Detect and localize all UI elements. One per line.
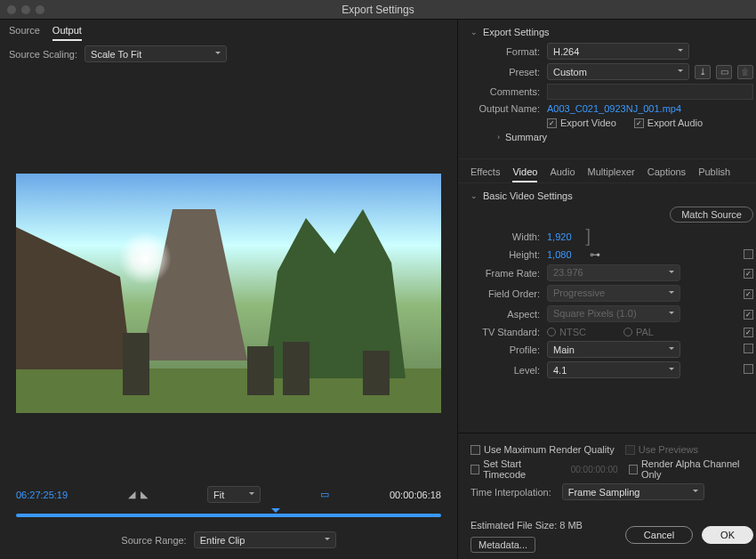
in-timecode[interactable]: 06:27:25:19 xyxy=(16,490,68,500)
chevron-down-icon: ⌄ xyxy=(470,191,478,200)
tab-multiplexer[interactable]: Multiplexer xyxy=(588,166,635,182)
height-label: Height: xyxy=(470,249,547,260)
framerate-label: Frame Rate: xyxy=(470,268,547,279)
width-field[interactable]: 1,920 xyxy=(547,231,572,242)
set-start-timecode-checkbox[interactable]: Set Start Timecode xyxy=(470,458,560,480)
render-alpha-checkbox[interactable]: Render Alpha Channel Only xyxy=(629,458,753,480)
zoom-window-icon[interactable] xyxy=(36,5,44,14)
settings-panel: ⌄Export Settings Format:H.264 Preset:Cus… xyxy=(458,20,756,559)
tab-source[interactable]: Source xyxy=(9,25,40,41)
export-settings-header[interactable]: ⌄Export Settings xyxy=(470,27,753,37)
profile-match-checkbox[interactable] xyxy=(744,344,753,353)
titlebar: Export Settings xyxy=(0,0,756,20)
fieldorder-label: Field Order: xyxy=(470,288,547,299)
outputname-link[interactable]: A003_C021_0923NJ_001.mp4 xyxy=(547,103,681,114)
use-previews-checkbox: Use Previews xyxy=(625,444,698,455)
source-range-dropdown[interactable]: Entire Clip xyxy=(194,531,336,548)
filesize-value: 8 MB xyxy=(559,520,583,531)
tab-output[interactable]: Output xyxy=(52,25,82,41)
chevron-right-icon: › xyxy=(497,133,500,142)
tab-publish[interactable]: Publish xyxy=(698,166,730,182)
max-render-quality-checkbox[interactable]: Use Maximum Render Quality xyxy=(470,444,615,455)
preset-dropdown[interactable]: Custom xyxy=(547,63,689,80)
ntsc-radio[interactable]: NTSC xyxy=(547,327,586,337)
save-preset-icon[interactable]: ▭ xyxy=(716,65,732,79)
time-interpolation-label: Time Interpolation: xyxy=(470,487,551,498)
mark-in-icon[interactable]: ◢ xyxy=(128,489,135,500)
start-timecode-value: 00:00:00:00 xyxy=(571,465,618,474)
zoom-fit-dropdown[interactable]: Fit xyxy=(207,486,261,503)
level-label: Level: xyxy=(470,365,547,376)
link-dimensions-icon[interactable]: ⊶ xyxy=(590,248,600,261)
tvstd-label: TV Standard: xyxy=(470,327,547,337)
mark-out-icon[interactable]: ◣ xyxy=(141,489,148,500)
window-controls xyxy=(7,5,44,14)
source-scaling-label: Source Scaling: xyxy=(9,49,77,60)
ok-button[interactable]: OK xyxy=(702,526,753,544)
aspect-dropdown[interactable]: Square Pixels (1.0) xyxy=(547,305,680,322)
fieldorder-dropdown[interactable]: Progressive xyxy=(547,285,680,302)
tvstd-match-checkbox[interactable] xyxy=(744,328,753,337)
tab-captions[interactable]: Captions xyxy=(647,166,686,182)
width-label: Width: xyxy=(470,231,547,242)
profile-label: Profile: xyxy=(470,344,547,355)
export-audio-checkbox[interactable]: Export Audio xyxy=(634,117,703,128)
cancel-button[interactable]: Cancel xyxy=(625,526,693,544)
format-label: Format: xyxy=(470,46,547,57)
profile-dropdown[interactable]: Main xyxy=(547,341,680,358)
summary-toggle[interactable]: ›Summary xyxy=(497,132,547,142)
tab-video[interactable]: Video xyxy=(512,166,537,182)
comments-input[interactable] xyxy=(547,84,753,100)
window-title: Export Settings xyxy=(0,4,756,16)
aspect-label: Aspect: xyxy=(470,309,547,320)
preview-area xyxy=(0,67,457,481)
metadata-button[interactable]: Metadata... xyxy=(470,537,535,553)
outputname-label: Output Name: xyxy=(470,103,547,114)
basic-video-header[interactable]: Basic Video Settings xyxy=(483,190,573,201)
dim-match-checkbox[interactable] xyxy=(744,249,753,259)
minimize-window-icon[interactable] xyxy=(21,5,30,14)
format-dropdown[interactable]: H.264 xyxy=(547,43,689,60)
level-dropdown[interactable]: 4.1 xyxy=(547,361,680,378)
out-timecode[interactable]: 00:00:06:18 xyxy=(390,490,441,500)
match-source-button[interactable]: Match Source xyxy=(670,207,753,223)
chevron-down-icon: ⌄ xyxy=(470,28,478,36)
source-scaling-dropdown[interactable]: Scale To Fit xyxy=(84,45,227,62)
height-field[interactable]: 1,080 xyxy=(547,249,572,260)
preview-tabs: Source Output xyxy=(0,20,457,41)
preset-label: Preset: xyxy=(470,67,547,77)
preview-panel: Source Output Source Scaling: Scale To F… xyxy=(0,20,458,559)
tab-audio[interactable]: Audio xyxy=(550,166,575,182)
timeline-scrubber[interactable] xyxy=(16,508,441,521)
video-preview[interactable] xyxy=(16,174,441,413)
framerate-match-checkbox[interactable] xyxy=(744,269,753,279)
pal-radio[interactable]: PAL xyxy=(623,327,654,337)
aspect-overlay-icon[interactable]: ▭ xyxy=(320,489,329,500)
level-match-checkbox[interactable] xyxy=(744,364,753,374)
filesize-label: Estimated File Size: xyxy=(470,520,557,531)
delete-preset-icon[interactable]: 🗑 xyxy=(737,65,753,79)
time-interpolation-dropdown[interactable]: Frame Sampling xyxy=(562,483,704,500)
framerate-dropdown[interactable]: 23.976 xyxy=(547,264,680,281)
comments-label: Comments: xyxy=(470,86,547,97)
close-window-icon[interactable] xyxy=(7,5,16,14)
tab-effects[interactable]: Effects xyxy=(470,166,500,182)
fieldorder-match-checkbox[interactable] xyxy=(744,289,753,299)
aspect-match-checkbox[interactable] xyxy=(744,310,753,320)
import-preset-icon[interactable]: ⤓ xyxy=(695,65,711,79)
export-video-checkbox[interactable]: Export Video xyxy=(547,117,616,128)
source-range-label: Source Range: xyxy=(121,535,186,546)
settings-tabs: Effects Video Audio Multiplexer Captions… xyxy=(458,159,756,183)
